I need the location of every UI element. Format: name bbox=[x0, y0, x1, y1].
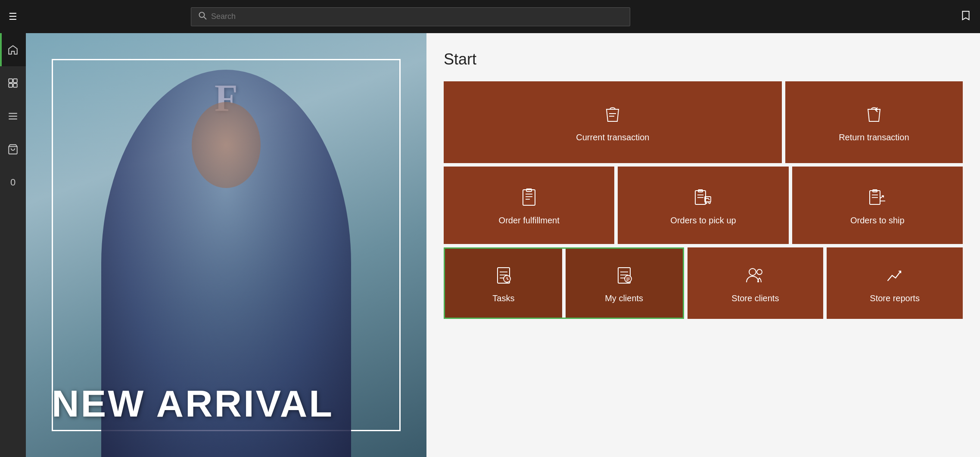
tile-store-clients[interactable]: My clients bbox=[566, 249, 683, 318]
start-panel: Start Current transaction bbox=[426, 33, 980, 457]
tile-order-fulfillment[interactable]: Order fulfillment bbox=[444, 167, 614, 244]
svg-point-38 bbox=[625, 275, 632, 282]
tile-orders-to-pick-up[interactable]: Orders to pick up bbox=[618, 167, 788, 244]
store-reports-icon bbox=[883, 263, 907, 287]
tile-store-reports[interactable]: Store reports bbox=[827, 247, 963, 319]
return-bag-icon bbox=[862, 102, 886, 127]
tiles-row-1: Current transaction Return transaction bbox=[444, 81, 963, 163]
svg-point-42 bbox=[749, 269, 756, 275]
svg-rect-4 bbox=[9, 83, 12, 87]
my-clients-icon bbox=[743, 263, 767, 287]
tiles-row-3: Tasks bbox=[444, 247, 963, 319]
cart-count: 0 bbox=[10, 177, 16, 188]
tile-label: Store reports bbox=[870, 293, 920, 303]
notification-area bbox=[960, 10, 971, 24]
tile-current-transaction[interactable]: Current transaction bbox=[444, 81, 782, 163]
svg-point-43 bbox=[757, 269, 762, 275]
sidebar-item-menu[interactable] bbox=[0, 99, 26, 133]
tile-return-transaction[interactable]: Return transaction bbox=[785, 81, 963, 163]
tile-label: Orders to pick up bbox=[670, 216, 736, 225]
outlined-tasks-storeclients: Tasks bbox=[444, 247, 684, 319]
svg-point-0 bbox=[199, 12, 205, 18]
svg-rect-10 bbox=[523, 190, 535, 205]
main-layout: 0 F NEW ARRIVAL Start bbox=[0, 33, 980, 457]
tiles-row-2: Order fulfillment bbox=[444, 167, 963, 244]
svg-line-1 bbox=[204, 17, 207, 20]
tile-label: Order fulfillment bbox=[499, 216, 560, 225]
start-title: Start bbox=[444, 50, 963, 68]
pickup-doc-icon bbox=[691, 185, 715, 210]
hero-text: NEW ARRIVAL bbox=[52, 385, 334, 423]
sidebar-item-home[interactable] bbox=[0, 33, 26, 66]
search-icon bbox=[198, 11, 207, 22]
sidebar-item-cart[interactable] bbox=[0, 133, 26, 166]
tasks-icon bbox=[492, 263, 516, 287]
tile-label: Return transaction bbox=[839, 133, 909, 142]
svg-rect-3 bbox=[13, 79, 17, 83]
bookmark-icon[interactable] bbox=[960, 12, 971, 23]
tile-orders-to-ship[interactable]: Orders to ship bbox=[792, 167, 963, 244]
tile-label: Store clients bbox=[731, 293, 779, 303]
hamburger-icon[interactable]: ☰ bbox=[9, 11, 17, 22]
content-area: F NEW ARRIVAL Start bbox=[26, 33, 980, 457]
svg-rect-5 bbox=[13, 83, 17, 87]
svg-rect-2 bbox=[9, 79, 12, 83]
store-clients-icon bbox=[612, 263, 636, 287]
tile-my-clients[interactable]: Store clients bbox=[688, 247, 824, 319]
sidebar: 0 bbox=[0, 33, 26, 457]
ship-doc-icon bbox=[865, 185, 890, 210]
search-bar[interactable] bbox=[191, 7, 630, 26]
tile-label: Current transaction bbox=[576, 133, 649, 142]
svg-point-21 bbox=[709, 202, 710, 204]
search-input[interactable] bbox=[211, 12, 623, 21]
shopping-bag-icon bbox=[600, 102, 625, 127]
sidebar-item-count[interactable]: 0 bbox=[0, 166, 26, 199]
tiles-container: Current transaction Return transaction bbox=[444, 81, 963, 319]
hero-area: F NEW ARRIVAL bbox=[26, 33, 426, 457]
hero-head bbox=[192, 102, 261, 188]
order-fulfillment-icon bbox=[517, 185, 541, 210]
tile-tasks[interactable]: Tasks bbox=[445, 249, 562, 318]
tile-label: Tasks bbox=[492, 293, 514, 303]
sidebar-item-products[interactable] bbox=[0, 66, 26, 99]
tile-label: Orders to ship bbox=[850, 216, 905, 225]
tile-label: My clients bbox=[605, 293, 643, 303]
topbar: ☰ bbox=[0, 0, 980, 33]
